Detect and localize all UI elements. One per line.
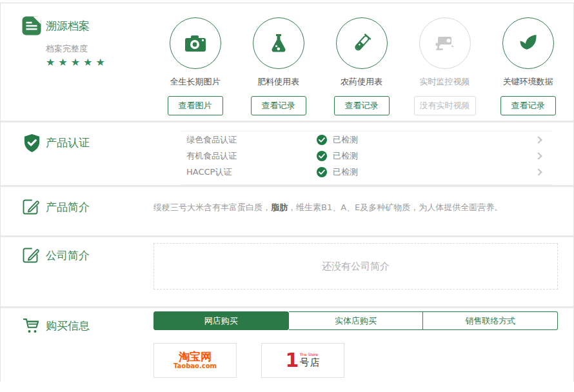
archive-header: 溯源档案 档案完整度 ★★★★★: [1, 3, 153, 121]
product-description-start: 绥粳三号大米含有丰富蛋白质，: [153, 202, 271, 212]
cert-name: HACCP认证: [186, 166, 317, 178]
test-tube-icon[interactable]: [336, 17, 388, 69]
cert-row-haccp[interactable]: HACCP认证 已检测: [181, 164, 553, 180]
cart-icon: [22, 316, 46, 338]
cert-row-green-food[interactable]: 绿色食品认证 已检测: [181, 132, 553, 148]
leaves-icon[interactable]: [502, 17, 554, 69]
product-intro-header: 产品简介: [1, 187, 153, 235]
cert-status-text: 已检测: [333, 166, 358, 178]
certification-header: 产品认证: [1, 122, 153, 185]
section-title-product-intro: 产品简介: [46, 197, 90, 217]
traceability-page: 溯源档案 档案完整度 ★★★★★ 全生长期图片 查看图片: [0, 0, 574, 392]
edit-icon: [22, 197, 46, 218]
archive-item-label: 实时监控视频: [420, 76, 470, 88]
chevron-right-icon[interactable]: [535, 152, 542, 159]
archive-item-label: 农药使用表: [341, 76, 382, 88]
store-logos: 淘宝网 Taobao.com 1 The Store 号店: [153, 343, 558, 378]
cert-name: 有机食品认证: [186, 150, 317, 162]
flask-icon[interactable]: [253, 17, 304, 69]
archive-item-pesticide: 农药使用表 查看记录: [320, 17, 403, 121]
check-circle-icon: [317, 167, 327, 177]
certification-list: 绿色食品认证 已检测 有机食品认证 已检测: [181, 131, 553, 185]
cctv-icon: [419, 17, 471, 69]
content-card: 溯源档案 档案完整度 ★★★★★ 全生长期图片 查看图片: [0, 3, 574, 382]
yhd-logo-text: 号店: [299, 357, 320, 369]
tab-online-store[interactable]: 网店购买: [153, 311, 289, 330]
star-rating: ★★★★★: [46, 56, 153, 68]
archive-item-fertilizer: 肥料使用表 查看记录: [237, 17, 320, 121]
archive-item-live-video: 实时监控视频 没有实时视频: [403, 17, 486, 121]
cert-row-organic-food[interactable]: 有机食品认证 已检测: [181, 148, 553, 164]
section-product-intro: 产品简介 绥粳三号大米含有丰富蛋白质，脂肪，维生素B1、A、E及多种矿物质，为人…: [1, 185, 573, 235]
company-intro-header: 公司简介: [1, 237, 153, 306]
section-title-company-intro: 公司简介: [46, 246, 90, 265]
view-pesticide-button[interactable]: 查看记录: [334, 96, 390, 115]
chevron-right-icon[interactable]: [535, 168, 542, 175]
edit-icon: [22, 246, 46, 266]
cert-name: 绿色食品认证: [186, 134, 317, 146]
check-circle-icon: [317, 151, 327, 161]
company-intro-empty-box: 还没有公司简介: [153, 243, 558, 289]
cert-status-text: 已检测: [333, 134, 358, 146]
yhd-logo-subtext: The Store: [299, 352, 320, 357]
section-title-purchase: 购买信息: [46, 316, 90, 335]
view-fertilizer-button[interactable]: 查看记录: [251, 96, 306, 115]
archive-item-label: 肥料使用表: [257, 76, 299, 88]
tab-physical-store[interactable]: 实体店购买: [289, 311, 424, 330]
section-title-certification: 产品认证: [46, 133, 90, 152]
product-description-end: ，维生素B1、A、E及多种矿物质，为人体提供全面营养。: [288, 202, 502, 212]
shield-check-icon: [22, 133, 46, 156]
cert-status-text: 已检测: [333, 150, 358, 162]
section-archive: 溯源档案 档案完整度 ★★★★★ 全生长期图片 查看图片: [1, 3, 573, 121]
view-photos-button[interactable]: 查看图片: [168, 96, 223, 115]
purchase-tabs: 网店购买 实体店购买 销售联络方式: [153, 311, 558, 330]
archive-items: 全生长期图片 查看图片 肥料使用表 查看记录: [153, 3, 573, 121]
check-circle-icon: [317, 135, 327, 145]
taobao-logo-text: 淘宝网: [173, 351, 217, 363]
archive-item-label: 全生长期图片: [170, 76, 221, 88]
archive-item-label: 关键环境数据: [503, 76, 553, 88]
company-intro-placeholder: 还没有公司简介: [322, 260, 390, 273]
yhd-logo-numeral: 1: [286, 351, 299, 370]
section-certification: 产品认证 绿色食品认证 已检测 有机食品认证: [1, 121, 573, 185]
purchase-content: 网店购买 实体店购买 销售联络方式 淘宝网 Taobao.com 1 The S…: [153, 308, 573, 382]
product-description: 绥粳三号大米含有丰富蛋白质，脂肪，维生素B1、A、E及多种矿物质，为人体提供全面…: [153, 202, 573, 235]
taobao-logo[interactable]: 淘宝网 Taobao.com: [153, 343, 237, 378]
taobao-logo-subtext: Taobao.com: [173, 363, 217, 370]
document-icon: [22, 16, 46, 38]
product-description-bold: 脂肪: [271, 202, 288, 212]
archive-item-growth-photos: 全生长期图片 查看图片: [153, 17, 237, 121]
camera-icon[interactable]: [170, 17, 221, 69]
tab-sales-contact[interactable]: 销售联络方式: [423, 311, 558, 330]
view-environment-button[interactable]: 查看记录: [500, 96, 556, 115]
yhd-logo[interactable]: 1 The Store 号店: [261, 343, 344, 378]
section-title-archive: 溯源档案: [46, 16, 90, 35]
completeness-label: 档案完整度: [46, 43, 153, 55]
chevron-right-icon[interactable]: [535, 136, 542, 143]
no-live-video-button: 没有实时视频: [414, 96, 476, 115]
section-company-intro: 公司简介 还没有公司简介: [1, 235, 573, 306]
purchase-header: 购买信息: [1, 308, 153, 382]
section-purchase: 购买信息 网店购买 实体店购买 销售联络方式 淘宝网 Taobao.com 1: [1, 306, 573, 382]
archive-item-environment: 关键环境数据 查看记录: [486, 17, 569, 121]
